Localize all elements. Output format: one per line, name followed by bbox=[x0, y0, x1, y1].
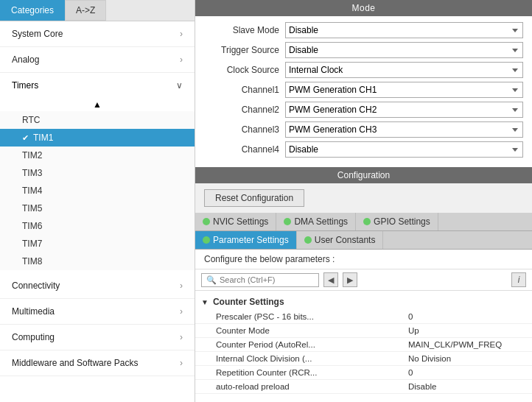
param-name-counter-period: Counter Period (AutoRel... bbox=[216, 340, 408, 349]
timer-item-rtc[interactable]: RTC bbox=[0, 111, 195, 129]
tab-bar: Categories A->Z bbox=[0, 0, 195, 21]
tim4-label: TIM4 bbox=[22, 186, 42, 196]
timer-item-tim5[interactable]: TIM5 bbox=[0, 200, 195, 217]
timer-item-tim1[interactable]: ✔ TIM1 bbox=[0, 129, 195, 147]
tab-categories[interactable]: Categories bbox=[0, 0, 65, 21]
chevron-right-icon: › bbox=[180, 29, 183, 39]
dma-label: DMA Settings bbox=[294, 216, 348, 227]
timers-sub-items: RTC ✔ TIM1 TIM2 TIM3 TIM4 TIM5 TIM6 TIM7… bbox=[0, 111, 195, 270]
channel2-label: Channel2 bbox=[204, 105, 285, 115]
tim3-label: TIM3 bbox=[22, 168, 42, 178]
param-name-auto-reload: auto-reload preload bbox=[216, 382, 408, 391]
param-row-counter-period: Counter Period (AutoRel... MAIN_CLK/PWM_… bbox=[195, 338, 532, 352]
channel1-select[interactable]: PWM Generation CH1 bbox=[285, 82, 523, 98]
multimedia-label: Multimedia bbox=[12, 306, 55, 317]
tab-parameter-settings[interactable]: Parameter Settings bbox=[195, 231, 297, 249]
trigger-source-select[interactable]: Disable bbox=[285, 42, 523, 58]
left-panel: Categories A->Z System Core › Analog › T… bbox=[0, 0, 195, 402]
channel1-row: Channel1 PWM Generation CH1 bbox=[204, 82, 523, 98]
channel4-row: Channel4 Disable bbox=[204, 141, 523, 158]
param-value-counter-period: MAIN_CLK/PWM_FREQ bbox=[408, 340, 526, 349]
chevron-right-icon-analog: › bbox=[180, 54, 183, 65]
tab-gpio-settings[interactable]: GPIO Settings bbox=[356, 213, 438, 230]
user-dot bbox=[304, 236, 312, 244]
nav-item-system-core[interactable]: System Core › bbox=[0, 21, 195, 47]
param-row-counter-mode: Counter Mode Up bbox=[195, 324, 532, 338]
channel2-row: Channel2 PWM Generation CH2 bbox=[204, 102, 523, 118]
tim5-label: TIM5 bbox=[22, 203, 42, 214]
config-tabs-row2: Parameter Settings User Constants bbox=[195, 231, 532, 250]
tim6-label: TIM6 bbox=[22, 221, 42, 231]
timer-item-tim4[interactable]: TIM4 bbox=[0, 182, 195, 200]
timer-item-tim3[interactable]: TIM3 bbox=[0, 164, 195, 182]
clock-source-select[interactable]: Internal Clock bbox=[285, 62, 523, 78]
counter-settings-group[interactable]: ▼ Counter Settings bbox=[195, 294, 532, 310]
mode-header: Mode bbox=[195, 0, 532, 16]
param-value-clock-div: No Division bbox=[408, 354, 526, 363]
channel1-label: Channel1 bbox=[204, 85, 285, 95]
mode-section: Slave Mode Disable Trigger Source Disabl… bbox=[195, 16, 532, 167]
check-icon-tim1: ✔ bbox=[22, 133, 29, 143]
channel3-row: Channel3 PWM Generation CH3 bbox=[204, 121, 523, 138]
param-value-repetition: 0 bbox=[408, 368, 526, 377]
tim8-label: TIM8 bbox=[22, 256, 42, 267]
search-next-button[interactable]: ▶ bbox=[343, 272, 357, 287]
param-value-prescaler: 0 bbox=[408, 312, 526, 321]
search-input-wrap[interactable]: 🔍 bbox=[201, 273, 319, 287]
timer-item-tim2[interactable]: TIM2 bbox=[0, 147, 195, 164]
config-tabs: NVIC Settings DMA Settings GPIO Settings bbox=[195, 213, 532, 231]
nav-item-connectivity[interactable]: Connectivity › bbox=[0, 273, 195, 299]
param-row-auto-reload: auto-reload preload Disable bbox=[195, 380, 532, 394]
params-area: ▼ Counter Settings Prescaler (PSC - 16 b… bbox=[195, 291, 532, 402]
config-section: Configuration Reset Configuration NVIC S… bbox=[195, 167, 532, 402]
trigger-source-label: Trigger Source bbox=[204, 45, 285, 55]
user-label: User Constants bbox=[315, 235, 376, 245]
channel4-select[interactable]: Disable bbox=[285, 141, 523, 158]
info-button[interactable]: i bbox=[511, 272, 526, 287]
channel3-select[interactable]: PWM Generation CH3 bbox=[285, 121, 523, 138]
config-header: Configuration bbox=[195, 167, 532, 183]
connectivity-label: Connectivity bbox=[12, 281, 60, 291]
scroll-up-arrow[interactable]: ▲ bbox=[0, 98, 195, 111]
tab-atoz[interactable]: A->Z bbox=[65, 0, 106, 21]
search-bar: 🔍 ◀ ▶ i bbox=[195, 269, 532, 291]
param-name-clock-div: Internal Clock Division (... bbox=[216, 354, 408, 363]
slave-mode-label: Slave Mode bbox=[204, 25, 285, 35]
tab-nvic-settings[interactable]: NVIC Settings bbox=[195, 213, 276, 230]
slave-mode-select[interactable]: Disable bbox=[285, 22, 523, 38]
chevron-right-icon-conn: › bbox=[180, 281, 183, 291]
timer-item-tim6[interactable]: TIM6 bbox=[0, 217, 195, 235]
nvic-label: NVIC Settings bbox=[213, 216, 268, 227]
channel2-select[interactable]: PWM Generation CH2 bbox=[285, 102, 523, 118]
chevron-down-icon-timers: ∨ bbox=[176, 80, 183, 91]
nav-item-timers[interactable]: Timers ∨ bbox=[0, 73, 195, 98]
timer-item-tim8[interactable]: TIM8 bbox=[0, 253, 195, 270]
tab-dma-settings[interactable]: DMA Settings bbox=[276, 213, 356, 230]
nav-item-computing[interactable]: Computing › bbox=[0, 325, 195, 350]
nav-item-multimedia[interactable]: Multimedia › bbox=[0, 299, 195, 325]
search-prev-button[interactable]: ◀ bbox=[323, 272, 338, 287]
param-name-repetition: Repetition Counter (RCR... bbox=[216, 368, 408, 377]
configure-label: Configure the below parameters : bbox=[195, 250, 532, 269]
tim7-label: TIM7 bbox=[22, 239, 42, 249]
nvic-dot bbox=[203, 218, 210, 225]
right-panel: Mode Slave Mode Disable Trigger Source D… bbox=[195, 0, 532, 402]
nav-item-middleware[interactable]: Middleware and Software Packs › bbox=[0, 350, 195, 376]
chevron-right-icon-mw: › bbox=[180, 358, 183, 368]
counter-settings-label: Counter Settings bbox=[213, 297, 284, 307]
nav-item-analog[interactable]: Analog › bbox=[0, 47, 195, 73]
timer-item-tim7[interactable]: TIM7 bbox=[0, 235, 195, 253]
trigger-source-row: Trigger Source Disable bbox=[204, 42, 523, 58]
reset-config-button[interactable]: Reset Configuration bbox=[204, 189, 304, 207]
search-input[interactable] bbox=[220, 275, 314, 284]
clock-source-row: Clock Source Internal Clock bbox=[204, 62, 523, 78]
triangle-icon: ▼ bbox=[201, 298, 209, 306]
channel4-label: Channel4 bbox=[204, 144, 285, 155]
gpio-label: GPIO Settings bbox=[374, 216, 430, 227]
tab-user-constants[interactable]: User Constants bbox=[297, 231, 384, 249]
chevron-right-icon-multi: › bbox=[180, 306, 183, 317]
param-row-prescaler: Prescaler (PSC - 16 bits... 0 bbox=[195, 310, 532, 324]
tim2-label: TIM2 bbox=[22, 150, 42, 161]
up-arrow-icon: ▲ bbox=[93, 99, 102, 110]
param-name-counter-mode: Counter Mode bbox=[216, 326, 408, 335]
